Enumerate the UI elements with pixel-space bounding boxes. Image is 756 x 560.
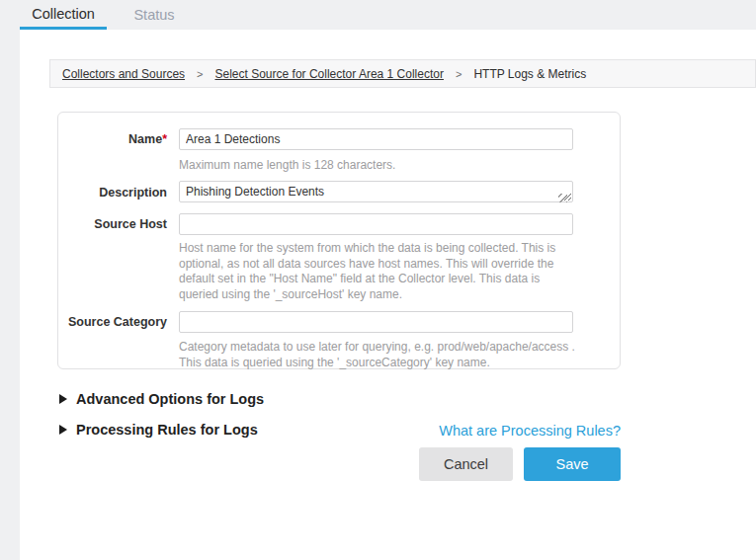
breadcrumb-select-source[interactable]: Select Source for Collector Area 1 Colle… bbox=[215, 67, 444, 81]
tab-status[interactable]: Status bbox=[117, 0, 192, 30]
source-category-input[interactable] bbox=[179, 311, 573, 333]
source-host-input[interactable] bbox=[179, 213, 573, 235]
advanced-options-section-toggle[interactable]: Advanced Options for Logs bbox=[59, 391, 264, 407]
tab-collection[interactable]: Collection bbox=[20, 0, 107, 30]
source-host-label: Source Host bbox=[58, 217, 167, 231]
advanced-options-title: Advanced Options for Logs bbox=[76, 391, 264, 407]
required-asterisk: * bbox=[162, 132, 167, 146]
breadcrumb-separator: > bbox=[456, 68, 462, 80]
triangle-right-icon bbox=[59, 394, 67, 404]
breadcrumb: Collectors and Sources > Select Source f… bbox=[49, 59, 756, 88]
description-textarea[interactable]: Phishing Detection Events bbox=[179, 181, 573, 202]
breadcrumb-collectors-and-sources[interactable]: Collectors and Sources bbox=[62, 67, 185, 81]
processing-rules-title: Processing Rules for Logs bbox=[76, 422, 258, 438]
source-host-helper-text: Host name for the system from which the … bbox=[179, 241, 578, 302]
triangle-right-icon bbox=[59, 425, 67, 435]
source-category-helper-text: Category metadata to use later for query… bbox=[179, 340, 578, 370]
description-label: Description bbox=[58, 186, 167, 200]
what-are-processing-rules-link[interactable]: What are Processing Rules? bbox=[439, 423, 621, 439]
save-button[interactable]: Save bbox=[524, 447, 621, 481]
breadcrumb-current-page: HTTP Logs & Metrics bbox=[473, 67, 586, 81]
name-label: Name* bbox=[58, 132, 167, 146]
tab-bar: Collection Status bbox=[0, 0, 756, 30]
name-input[interactable] bbox=[179, 128, 573, 150]
source-config-form: Name* Maximum name length is 128 charact… bbox=[57, 112, 621, 369]
main-panel: Collectors and Sources > Select Source f… bbox=[20, 30, 756, 560]
name-helper-text: Maximum name length is 128 characters. bbox=[179, 158, 578, 174]
source-category-label: Source Category bbox=[58, 315, 167, 329]
cancel-button[interactable]: Cancel bbox=[419, 447, 513, 481]
breadcrumb-separator: > bbox=[197, 68, 203, 80]
name-label-text: Name bbox=[128, 132, 162, 146]
processing-rules-section-toggle[interactable]: Processing Rules for Logs bbox=[59, 422, 258, 438]
